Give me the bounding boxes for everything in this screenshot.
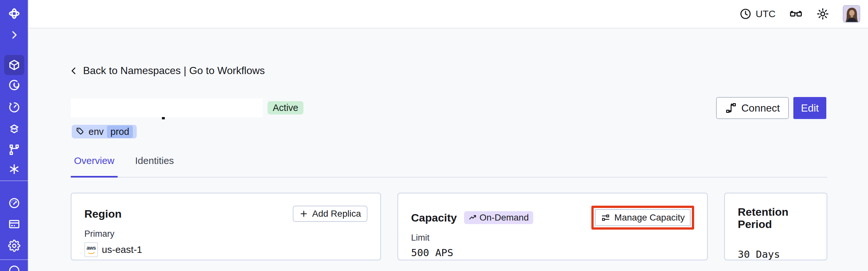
back-chevron-icon <box>69 66 79 76</box>
header-actions: Connect Edit <box>716 97 826 119</box>
manage-capacity-label: Manage Capacity <box>614 212 685 223</box>
redaction-artifact <box>162 117 165 119</box>
sidebar-divider <box>0 180 28 181</box>
retention-value: 30 Days <box>738 248 814 260</box>
edit-label: Edit <box>801 102 819 114</box>
region-card-header: Region Add Replica <box>84 206 367 222</box>
retention-card-title: Retention Period <box>738 206 814 230</box>
timezone-selector[interactable]: UTC <box>739 8 776 20</box>
region-card: Region Add Replica Primary aws us-east-1 <box>71 193 381 260</box>
namespace-detail-page: UTC <box>0 0 868 271</box>
add-replica-button[interactable]: Add Replica <box>293 206 367 222</box>
namespace-tag-chip[interactable]: env prod <box>72 125 137 139</box>
tab-overview[interactable]: Overview <box>71 155 118 178</box>
tag-icon <box>75 127 85 137</box>
tag-key: env <box>89 126 104 137</box>
tag-value: prod <box>107 125 133 138</box>
cube-icon <box>8 59 20 71</box>
add-replica-label: Add Replica <box>312 209 361 219</box>
region-value-row: aws us-east-1 <box>84 242 367 257</box>
aws-logo-text: aws <box>87 245 96 251</box>
trending-up-icon <box>469 213 477 222</box>
asterisk-icon <box>8 163 20 175</box>
ondemand-badge: On-Demand <box>464 211 533 224</box>
capacity-card-header: Capacity On-Demand <box>411 206 694 230</box>
schedule-clock-icon <box>8 101 20 114</box>
breadcrumb-label: Back to Namespaces | Go to Workflows <box>83 65 265 77</box>
credit-card-icon <box>8 218 20 230</box>
status-badge: Active <box>268 101 304 115</box>
layers-icon <box>8 123 20 136</box>
workflows-eye-icon <box>8 79 20 91</box>
connect-button[interactable]: Connect <box>716 97 789 119</box>
temporal-logo[interactable] <box>0 7 28 20</box>
capacity-card: Capacity On-Demand <box>398 193 708 260</box>
retention-card: Retention Period 30 Days <box>724 193 827 260</box>
sidebar-item-namespaces[interactable] <box>0 59 28 71</box>
tab-identities[interactable]: Identities <box>132 155 177 178</box>
capacity-field-label: Limit <box>411 234 694 242</box>
sidebar-item-nexus[interactable] <box>0 163 28 175</box>
sidebar-item-batch-operations[interactable] <box>0 144 28 155</box>
sidebar-divider <box>0 259 28 260</box>
user-avatar[interactable] <box>843 5 860 23</box>
aws-logo-smile <box>87 251 95 254</box>
capacity-card-title: Capacity <box>411 211 457 224</box>
tab-bar: Overview Identities <box>71 155 827 178</box>
avatar-photo <box>843 6 860 23</box>
breadcrumb[interactable]: Back to Namespaces | Go to Workflows <box>69 65 265 77</box>
manage-capacity-button[interactable]: Manage Capacity <box>595 209 690 226</box>
capacity-value: 500 APS <box>411 247 694 259</box>
namespace-title-redacted <box>71 98 263 117</box>
sidebar-item-schedules[interactable] <box>0 101 28 113</box>
temporal-logo-icon <box>8 7 21 20</box>
clock-icon <box>739 8 752 20</box>
speedometer-icon <box>8 197 20 209</box>
region-card-title: Region <box>84 208 122 220</box>
sidebar-item-workflows[interactable] <box>0 79 28 91</box>
ondemand-label: On-Demand <box>479 212 529 223</box>
help-circle-icon <box>8 264 20 271</box>
glasses-icon <box>789 7 803 21</box>
connect-flow-icon <box>725 102 737 114</box>
region-field-label: Primary <box>84 230 367 238</box>
sidebar-item-settings[interactable] <box>0 240 28 251</box>
theme-toggle[interactable] <box>816 7 829 20</box>
chevron-right-icon <box>9 29 20 40</box>
sidebar-item-help[interactable] <box>0 264 28 271</box>
sidebar-item-usage[interactable] <box>0 197 28 209</box>
annotation-highlight-box: Manage Capacity <box>591 206 694 230</box>
connect-label: Connect <box>741 102 780 114</box>
timezone-label: UTC <box>755 8 776 20</box>
sun-icon <box>816 7 829 20</box>
capacity-title-group: Capacity On-Demand <box>411 211 533 224</box>
gear-icon <box>8 240 20 252</box>
plus-icon <box>299 209 308 218</box>
aws-logo-icon: aws <box>84 242 98 257</box>
labs-toggle[interactable] <box>789 7 803 21</box>
topbar: UTC <box>28 0 868 28</box>
sidebar <box>0 0 28 271</box>
branch-icon <box>8 144 20 156</box>
sidebar-item-deployments[interactable] <box>0 124 28 135</box>
region-name: us-east-1 <box>102 244 142 255</box>
sidebar-collapse-toggle[interactable] <box>0 29 28 41</box>
sliders-icon <box>601 213 611 222</box>
sidebar-item-billing[interactable] <box>0 218 28 230</box>
edit-button[interactable]: Edit <box>793 97 826 119</box>
main-content: Back to Namespaces | Go to Workflows Act… <box>28 28 868 271</box>
